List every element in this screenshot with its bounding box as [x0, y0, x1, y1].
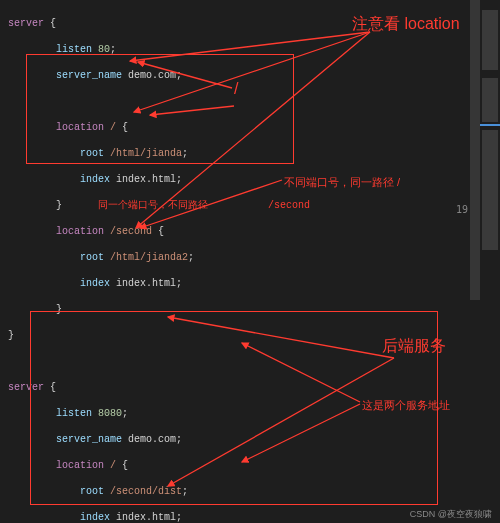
annot-same-port: 同一个端口号，不同路径 [80, 200, 208, 211]
minimap[interactable] [480, 6, 500, 503]
code-editor[interactable]: server { listen 80; server_name demo.com… [0, 0, 500, 523]
line-number-indicator: 19 [456, 204, 468, 215]
watermark: CSDN @夜空夜狼啸 [410, 508, 492, 521]
vertical-scrollbar[interactable] [470, 0, 480, 505]
annot-slash-second: /second [268, 200, 310, 211]
